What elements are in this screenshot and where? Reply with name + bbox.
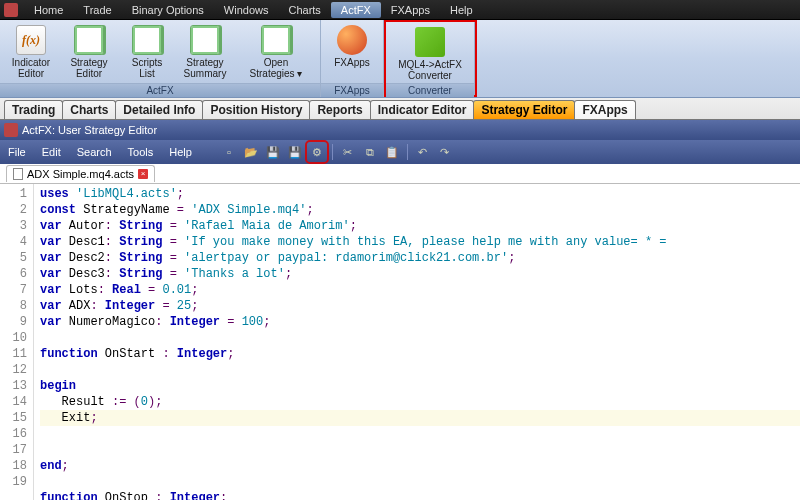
paste-icon[interactable]: 📋 xyxy=(383,143,401,161)
code-line[interactable] xyxy=(40,331,47,345)
code-line[interactable]: var Desc1: String = 'If you make money w… xyxy=(40,235,667,249)
ribbon-btn-strategy[interactable]: StrategySummary xyxy=(178,23,232,83)
code-line[interactable]: var Desc2: String = 'alertpay or paypal:… xyxy=(40,251,515,265)
ball-icon xyxy=(337,25,367,55)
tab-strategy-editor[interactable]: Strategy Editor xyxy=(473,100,575,119)
file-tab-label: ADX Simple.mq4.acts xyxy=(27,168,134,180)
menubar-item-fxapps[interactable]: FXApps xyxy=(381,2,440,18)
code-line[interactable]: end; xyxy=(40,459,69,473)
ribbon: f(x)IndicatorEditorStrategyEditorScripts… xyxy=(0,20,800,98)
fx-icon: f(x) xyxy=(16,25,46,55)
code-line[interactable]: function OnStop : Integer; xyxy=(40,491,227,500)
editor-menu-help[interactable]: Help xyxy=(161,143,200,161)
ribbon-btn-label: StrategyEditor xyxy=(70,57,107,79)
ribbon-btn-strategy[interactable]: StrategyEditor xyxy=(62,23,116,83)
file-tabs: ADX Simple.mq4.acts × xyxy=(0,164,800,184)
menubar-item-help[interactable]: Help xyxy=(440,2,483,18)
code-line[interactable]: var Autor: String = 'Rafael Maia de Amor… xyxy=(40,219,357,233)
ribbon-group-label: FXApps xyxy=(321,83,383,97)
ribbon-btn-fxapps[interactable]: FXApps xyxy=(325,23,379,83)
document-icon xyxy=(13,168,23,180)
page-icon xyxy=(261,25,291,55)
ribbon-group-actfx: f(x)IndicatorEditorStrategyEditorScripts… xyxy=(0,20,321,97)
menubar-item-binary-options[interactable]: Binary Options xyxy=(122,2,214,18)
separator xyxy=(407,144,408,160)
ribbon-btn-mql4-actfx[interactable]: MQL4->ActFXConverter xyxy=(390,25,470,83)
save-icon[interactable]: 💾 xyxy=(264,143,282,161)
code-line[interactable] xyxy=(40,363,47,377)
tab-detailed-info[interactable]: Detailed Info xyxy=(115,100,203,119)
ribbon-btn-label: IndicatorEditor xyxy=(12,57,50,79)
ribbon-group-fxapps: FXAppsFXApps xyxy=(321,20,384,97)
tab-indicator-editor[interactable]: Indicator Editor xyxy=(370,100,475,119)
code-line[interactable]: var Desc3: String = 'Thanks a lot'; xyxy=(40,267,292,281)
workspace-tabs: TradingChartsDetailed InfoPosition Histo… xyxy=(0,98,800,120)
editor-menubar: FileEditSearchToolsHelp ▫📂💾💾⚙✂⧉📋↶↷ xyxy=(0,140,800,164)
subwindow-title: ActFX: User Strategy Editor xyxy=(22,124,157,136)
copy-icon[interactable]: ⧉ xyxy=(361,143,379,161)
editor-menu-edit[interactable]: Edit xyxy=(34,143,69,161)
saveall-icon[interactable]: 💾 xyxy=(286,143,304,161)
ribbon-btn-scripts[interactable]: ScriptsList xyxy=(120,23,174,83)
menubar-item-home[interactable]: Home xyxy=(24,2,73,18)
editor-menu-search[interactable]: Search xyxy=(69,143,120,161)
code-editor[interactable]: 12345678910111213141516171819 uses 'LibM… xyxy=(0,184,800,500)
tab-position-history[interactable]: Position History xyxy=(202,100,310,119)
code-line[interactable] xyxy=(40,475,47,489)
ribbon-btn-label: FXApps xyxy=(334,57,370,68)
code-line[interactable]: var ADX: Integer = 25; xyxy=(40,299,198,313)
ribbon-btn-label: StrategySummary xyxy=(184,57,227,79)
editor-toolbar: ▫📂💾💾⚙✂⧉📋↶↷ xyxy=(220,143,454,161)
ribbon-group-label: Converter xyxy=(386,83,474,97)
code-line[interactable]: Exit; xyxy=(40,410,800,426)
open-icon[interactable]: 📂 xyxy=(242,143,260,161)
code-text[interactable]: uses 'LibMQL4.acts'; const StrategyName … xyxy=(34,184,800,500)
page-icon xyxy=(132,25,162,55)
tab-reports[interactable]: Reports xyxy=(309,100,370,119)
new-icon[interactable]: ▫ xyxy=(220,143,238,161)
undo-icon[interactable]: ↶ xyxy=(414,143,432,161)
ribbon-btn-label: OpenStrategies ▾ xyxy=(250,57,303,79)
menubar-item-trade[interactable]: Trade xyxy=(73,2,121,18)
code-line[interactable]: var Lots: Real = 0.01; xyxy=(40,283,198,297)
cut-icon[interactable]: ✂ xyxy=(339,143,357,161)
menubar-item-actfx[interactable]: ActFX xyxy=(331,2,381,18)
code-line[interactable]: function OnStart : Integer; xyxy=(40,347,234,361)
subwindow-titlebar: ActFX: User Strategy Editor xyxy=(0,120,800,140)
editor-menu-file[interactable]: File xyxy=(0,143,34,161)
code-line[interactable]: uses 'LibMQL4.acts'; xyxy=(40,187,184,201)
code-line[interactable]: const StrategyName = 'ADX Simple.mq4'; xyxy=(40,203,314,217)
ribbon-btn-indicator[interactable]: f(x)IndicatorEditor xyxy=(4,23,58,83)
code-line[interactable]: begin xyxy=(40,379,76,393)
close-icon[interactable]: × xyxy=(138,169,148,179)
page-icon xyxy=(74,25,104,55)
ribbon-group-converter: MQL4->ActFXConverterConverter xyxy=(386,22,475,95)
ribbon-btn-open[interactable]: OpenStrategies ▾ xyxy=(236,23,316,83)
code-line[interactable]: Result := (0); xyxy=(40,395,162,409)
main-menubar: HomeTradeBinary OptionsWindowsChartsActF… xyxy=(0,0,800,20)
subwindow-icon xyxy=(4,123,18,137)
editor-menu-tools[interactable]: Tools xyxy=(120,143,162,161)
tab-fxapps[interactable]: FXApps xyxy=(574,100,635,119)
ribbon-btn-label: MQL4->ActFXConverter xyxy=(398,59,462,81)
app-icon xyxy=(4,3,18,17)
ribbon-group-label: ActFX xyxy=(0,83,320,97)
file-tab[interactable]: ADX Simple.mq4.acts × xyxy=(6,165,155,182)
page-icon xyxy=(190,25,220,55)
arrows-icon xyxy=(415,27,445,57)
tab-charts[interactable]: Charts xyxy=(62,100,116,119)
code-line[interactable]: var NumeroMagico: Integer = 100; xyxy=(40,315,270,329)
tab-trading[interactable]: Trading xyxy=(4,100,63,119)
menubar-item-charts[interactable]: Charts xyxy=(278,2,330,18)
code-line[interactable] xyxy=(40,443,47,457)
ribbon-btn-label: ScriptsList xyxy=(132,57,163,79)
menubar-item-windows[interactable]: Windows xyxy=(214,2,279,18)
redo-icon[interactable]: ↷ xyxy=(436,143,454,161)
separator xyxy=(332,144,333,160)
line-gutter: 12345678910111213141516171819 xyxy=(0,184,34,500)
compile-icon[interactable]: ⚙ xyxy=(308,143,326,161)
